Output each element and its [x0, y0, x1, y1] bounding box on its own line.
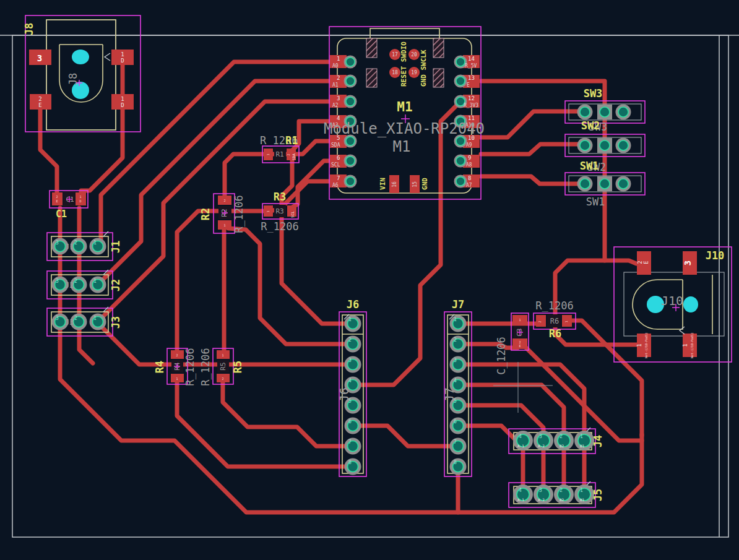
component-c1[interactable]: 2 E 1 D C1 C1: [50, 191, 88, 220]
th-pad[interactable]: [577, 138, 593, 153]
silkscreen-ref: J1: [110, 241, 122, 253]
pin-num: 3: [539, 488, 542, 493]
pad-label: 3: [56, 278, 59, 284]
pin-num: 1: [337, 56, 340, 62]
module-bottom-pads[interactable]: 16 15 VIN GND: [379, 175, 429, 193]
mount-pad: [433, 38, 444, 58]
trace: [481, 176, 582, 184]
pin-net: SDA: [331, 142, 340, 148]
body-label: R3: [275, 207, 283, 215]
pad-label: 2: [74, 278, 77, 284]
pin-net: A2: [332, 103, 339, 108]
pin-num: 12: [468, 95, 475, 101]
component-r4[interactable]: 2 1 R4 R4 R_1206: [153, 348, 196, 386]
th-pad[interactable]: [577, 105, 593, 120]
th-pad[interactable]: [597, 138, 612, 153]
th-pad[interactable]: [345, 418, 361, 434]
th-pad[interactable]: [345, 438, 361, 455]
pad-label: 1: [93, 240, 97, 246]
silkscreen-ref: SW3: [584, 87, 603, 100]
pin-num: 2: [348, 337, 352, 343]
pin-net: A9: [466, 142, 472, 148]
th-pad[interactable]: [90, 277, 106, 293]
pin-num: 6: [454, 419, 457, 424]
component-r2[interactable]: 2 1 R2 R2 R_1206: [199, 194, 245, 233]
th-pad[interactable]: [450, 336, 467, 353]
pad-label: 1: [222, 353, 223, 357]
trace: [177, 379, 353, 467]
component-r1[interactable]: R_1206 R1 R1 1 2 SDA: [260, 134, 299, 163]
pin-num: 1: [580, 488, 583, 493]
pad-label: 1: [93, 278, 97, 284]
th-pad[interactable]: [616, 105, 631, 120]
pin-num: 8: [348, 460, 352, 465]
pad-label: 2: [222, 377, 223, 381]
pin-num: 14: [468, 56, 475, 62]
th-pad[interactable]: [90, 238, 106, 255]
pad-label: D: [121, 58, 124, 64]
th-pad[interactable]: [345, 356, 361, 373]
component-r5[interactable]: 1 2 R5 R_1206 R5: [199, 348, 244, 386]
silkscreen-ref: J5: [592, 489, 604, 501]
trace: [569, 321, 642, 436]
silkscreen-ref: M1: [397, 100, 412, 114]
pin-num: 7: [348, 439, 352, 445]
pin-num: 4: [454, 378, 457, 384]
trace: [40, 110, 57, 192]
th-pad[interactable]: [450, 316, 467, 332]
pcb-layout: 3 1 D 2 E 1 D J8 J8 2 E 1 D C1 C1 3 2 1 …: [0, 0, 739, 560]
pad-label: 1: [519, 318, 521, 322]
th-pad[interactable]: [597, 105, 612, 119]
fab-value: R_1206: [261, 220, 298, 233]
sw-label-overlap-2: SW2 SW1: [580, 160, 607, 173]
th-pad[interactable]: [345, 459, 361, 475]
th-pad[interactable]: [450, 438, 467, 455]
th-pad[interactable]: [597, 176, 612, 191]
pad-label: E: [38, 102, 41, 108]
pin-num: 8: [468, 175, 471, 181]
component-j5[interactable]: 4 3 2 1 A-1 A-2 B2 B1 J5: [509, 481, 604, 507]
pad-label: 2: [637, 261, 643, 264]
pin-net: A-2: [538, 498, 545, 502]
pin-num: 7: [454, 439, 457, 445]
silkscreen-ref: J3: [110, 316, 122, 329]
pin-net: B1: [580, 444, 585, 448]
pin-net: A0: [332, 63, 339, 69]
component-r6[interactable]: R_1206 R6 2 1 R6: [534, 299, 576, 340]
silkscreen-ref: C1: [56, 209, 67, 220]
fab-value: SW1: [586, 196, 605, 208]
trace: [481, 144, 582, 154]
pin-net: R_3V3: [464, 103, 478, 108]
th-pad[interactable]: [345, 336, 361, 353]
pin-net: A-1: [517, 498, 524, 502]
th-pad[interactable]: [616, 138, 631, 153]
pin-num: 1: [454, 317, 457, 322]
pad-label: 1: [636, 343, 642, 347]
pad-label: D: [79, 199, 81, 203]
pad-net: Net-(J10-Pad1): [644, 332, 648, 358]
silkscreen-ref: R2: [199, 208, 212, 220]
mount-pad: [366, 38, 377, 58]
pin-num: 3: [337, 95, 340, 101]
silkscreen-ref: J8: [23, 23, 35, 35]
pad-label: 1: [564, 321, 568, 322]
pad-label: 1: [79, 195, 81, 199]
pin-num: 1: [580, 434, 583, 439]
component-j4[interactable]: 4 3 2 1 A-1 A-2 B2 B1 J4: [509, 428, 604, 454]
fab-value: C_1206: [495, 337, 508, 374]
th-pad[interactable]: [577, 176, 593, 192]
th-pad[interactable]: [450, 356, 467, 373]
module-debug-pads[interactable]: 17 20 18 19 RESET SWDIO GND SWCLK: [389, 41, 428, 87]
pin-net: B2: [560, 444, 564, 448]
fab-value: Module_XIAO-RP2040: [324, 120, 485, 137]
th-pad[interactable]: [345, 316, 361, 332]
th-pad[interactable]: [90, 314, 106, 330]
fab-ref: J2: [65, 281, 74, 290]
th-pad[interactable]: [616, 176, 631, 192]
pin-net: R_5V: [465, 63, 477, 69]
component-m1-xiao-rp2040[interactable]: 1 A0 2 A1 3 A2 4 A3 5 SDA 6 SCL 7 A6 14 …: [324, 27, 485, 199]
pin-num: 20: [411, 52, 417, 58]
th-pad[interactable]: [450, 418, 467, 434]
th-pad[interactable]: [450, 459, 467, 475]
debug-label: RESET SWDIO: [400, 41, 408, 87]
